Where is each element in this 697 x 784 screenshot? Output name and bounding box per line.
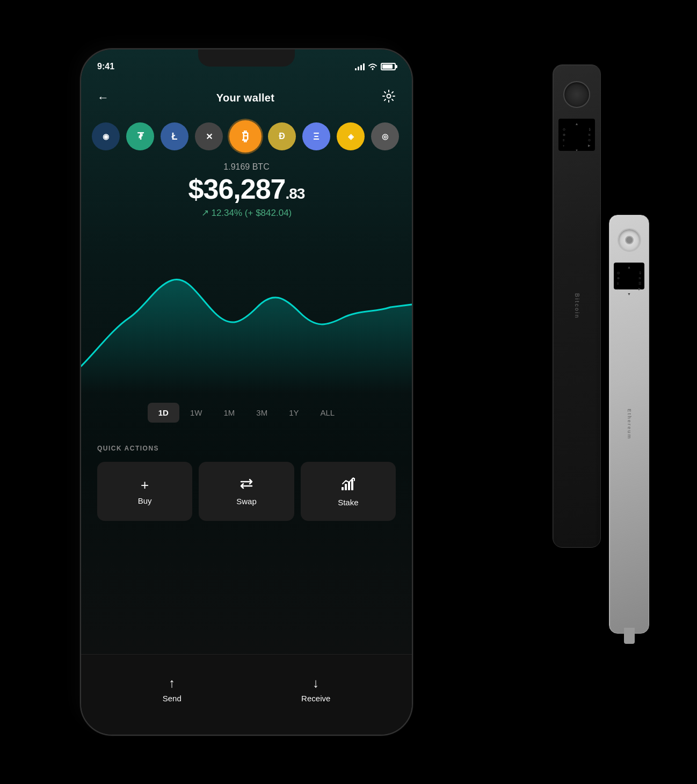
scene: 9:41 bbox=[53, 21, 644, 763]
swap-label: Swap bbox=[236, 497, 257, 506]
crypto-coin-tether[interactable]: ₮ bbox=[126, 122, 154, 150]
time-btn-1d[interactable]: 1D bbox=[148, 403, 179, 423]
nano-s-button[interactable] bbox=[618, 228, 641, 252]
buy-button[interactable]: + Buy bbox=[97, 462, 192, 521]
swap-icon bbox=[239, 477, 254, 492]
quick-actions-row: + Buy Swap bbox=[97, 462, 396, 521]
change-percent: ↗ 12.34% (+ $842.04) bbox=[97, 207, 396, 219]
bottom-bar: ↑ Send ↓ Receive bbox=[81, 654, 412, 735]
svg-rect-4 bbox=[348, 482, 350, 490]
settings-button[interactable] bbox=[382, 89, 396, 106]
signal-icon bbox=[355, 63, 365, 70]
svg-point-1 bbox=[387, 95, 390, 98]
crypto-coin-unknown[interactable]: ◉ bbox=[92, 122, 120, 150]
crypto-coin-row: ◉ ₮ Ł ✕ ₿ Ð Ξ ◈ ◎ bbox=[81, 118, 412, 155]
btc-amount: 1.9169 BTC bbox=[97, 162, 396, 172]
time-btn-1y[interactable]: 1Y bbox=[278, 403, 309, 423]
svg-rect-2 bbox=[342, 487, 344, 490]
usd-main: $36,287 bbox=[188, 173, 286, 205]
nano-s-device: ▲ ◎₿ ⊗≋ ≡☰ +▶ ▼ Ethereum bbox=[609, 215, 649, 634]
page-title: Your wallet bbox=[216, 92, 275, 104]
back-button[interactable]: ← bbox=[97, 91, 109, 105]
crypto-coin-doge[interactable]: Ð bbox=[268, 122, 296, 150]
usd-amount: $36,287.83 bbox=[97, 175, 396, 203]
time-btn-all[interactable]: ALL bbox=[310, 403, 346, 423]
crypto-coin-litecoin[interactable]: Ł bbox=[161, 122, 188, 150]
phone: 9:41 bbox=[80, 48, 413, 736]
send-icon: ↑ bbox=[169, 676, 175, 691]
crypto-coin-other[interactable]: ◎ bbox=[371, 122, 399, 150]
svg-point-0 bbox=[372, 69, 374, 70]
nano-x-device: ▲ ⊙₿ ⊗≋ ≡⊙ +▶ ▼ Bitcoin bbox=[553, 64, 601, 548]
stake-label: Stake bbox=[338, 498, 358, 507]
stake-icon bbox=[340, 476, 355, 493]
battery-icon bbox=[381, 63, 396, 70]
nano-x-button[interactable] bbox=[563, 81, 590, 108]
svg-rect-3 bbox=[345, 484, 347, 490]
receive-label: Receive bbox=[301, 694, 330, 703]
notch bbox=[198, 49, 295, 67]
nano-x-label: Bitcoin bbox=[574, 293, 580, 319]
balance-section: 1.9169 BTC $36,287.83 ↗ 12.34% (+ $842.0… bbox=[81, 162, 412, 219]
phone-screen: 9:41 bbox=[81, 49, 412, 735]
send-label: Send bbox=[163, 694, 181, 703]
stake-button[interactable]: Stake bbox=[301, 462, 396, 521]
crypto-coin-bitcoin[interactable]: ₿ bbox=[229, 120, 262, 153]
nano-s-label: Ethereum bbox=[627, 409, 632, 440]
svg-rect-5 bbox=[351, 480, 353, 490]
crypto-coin-xrp[interactable]: ✕ bbox=[195, 122, 223, 150]
receive-action[interactable]: ↓ Receive bbox=[301, 676, 330, 703]
status-time: 9:41 bbox=[97, 62, 114, 71]
nano-s-usb-connector bbox=[624, 628, 635, 644]
time-btn-3m[interactable]: 3M bbox=[245, 403, 278, 423]
time-selector: 1D 1W 1M 3M 1Y ALL bbox=[81, 403, 412, 423]
send-action[interactable]: ↑ Send bbox=[163, 676, 181, 703]
crypto-coin-bnb[interactable]: ◈ bbox=[337, 122, 365, 150]
swap-button[interactable]: Swap bbox=[199, 462, 294, 521]
header: ← Your wallet bbox=[81, 82, 412, 114]
time-btn-1m[interactable]: 1M bbox=[213, 403, 245, 423]
nano-s-screen: ▲ ◎₿ ⊗≋ ≡☰ +▶ ▼ bbox=[614, 263, 644, 289]
quick-actions-label: QUICK ACTIONS bbox=[97, 445, 159, 452]
receive-icon: ↓ bbox=[313, 676, 319, 691]
crypto-coin-eth[interactable]: Ξ bbox=[302, 122, 330, 150]
time-btn-1w[interactable]: 1W bbox=[179, 403, 213, 423]
chart-area bbox=[81, 243, 412, 393]
usd-cents: .83 bbox=[286, 185, 305, 202]
wifi-icon bbox=[368, 63, 377, 70]
nano-x-screen: ▲ ⊙₿ ⊗≋ ≡⊙ +▶ ▼ bbox=[558, 119, 595, 151]
status-right bbox=[355, 63, 396, 70]
buy-icon: + bbox=[141, 478, 149, 492]
buy-label: Buy bbox=[138, 496, 152, 505]
